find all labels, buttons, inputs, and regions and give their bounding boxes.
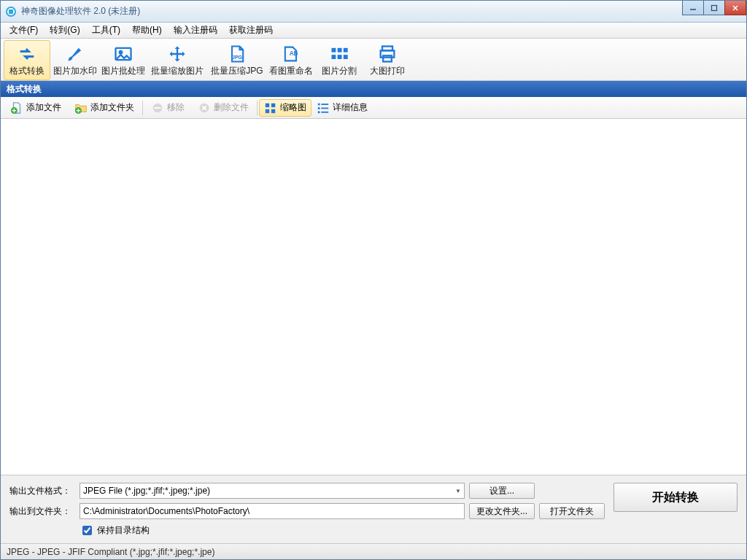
svg-rect-29 (321, 104, 328, 105)
svg-rect-33 (321, 111, 328, 112)
section-title: 格式转换 (7, 83, 42, 96)
svg-rect-10 (332, 47, 336, 52)
separator (257, 101, 258, 115)
toolbar-label: 批量压缩JPG (211, 65, 263, 79)
output-format-combo[interactable]: JPEG File (*.jpg;*.jfif;*.jpeg;*.jpe) ▼ (80, 483, 465, 499)
start-convert-button[interactable]: 开始转换 (614, 483, 738, 512)
svg-text:JPG: JPG (232, 55, 243, 60)
tool-image-split[interactable]: 图片分割 (316, 40, 363, 80)
svg-rect-28 (318, 103, 320, 105)
brush-icon (65, 42, 85, 65)
file-list-area[interactable] (1, 119, 746, 475)
content-empty (9, 119, 738, 470)
svg-point-7 (120, 50, 123, 53)
window-title: 神奇图像处理软件 2.0 (未注册) (21, 5, 140, 18)
close-button[interactable] (724, 1, 746, 15)
section-header: 格式转换 (1, 81, 746, 97)
status-text: JPEG - JPEG - JFIF Compliant (*.jpg;*.jf… (7, 547, 214, 557)
svg-text:AB: AB (290, 50, 298, 57)
separator (142, 101, 143, 115)
toolbar-label: 大图打印 (370, 65, 405, 79)
settings-button[interactable]: 设置... (469, 483, 535, 499)
output-panel: 输出文件格式： JPEG File (*.jpg;*.jfif;*.jpeg;*… (1, 475, 746, 543)
change-folder-button[interactable]: 更改文件夹... (469, 503, 535, 519)
detail-view-button[interactable]: 详细信息 (311, 99, 373, 117)
output-format-value: JPEG File (*.jpg;*.jfif;*.jpeg;*.jpe) (83, 486, 210, 496)
tool-format-convert[interactable]: 格式转换 (4, 40, 50, 80)
svg-rect-31 (321, 107, 328, 109)
convert-icon (17, 42, 37, 65)
menu-file[interactable]: 文件(F) (4, 23, 44, 38)
tool-rename-by-view[interactable]: AB 看图重命名 (268, 40, 314, 80)
add-folder-button[interactable]: 添加文件夹 (68, 99, 141, 117)
window-buttons (683, 1, 746, 15)
remove-button: 移除 (144, 99, 191, 117)
delete-icon (198, 101, 211, 114)
resize-icon (167, 42, 187, 65)
app-icon (5, 6, 17, 18)
list-icon (317, 101, 330, 114)
menu-get-reg[interactable]: 获取注册码 (223, 23, 279, 38)
jpg-file-icon: JPG (227, 42, 247, 65)
svg-rect-12 (344, 47, 348, 52)
svg-rect-32 (318, 111, 320, 113)
sub-toolbar: 添加文件 添加文件夹 移除 删除文件 缩略图 详细信息 (1, 97, 746, 119)
open-folder-button[interactable]: 打开文件夹 (539, 503, 605, 519)
output-folder-label: 输出到文件夹： (9, 505, 75, 518)
folder-plus-icon (74, 101, 88, 114)
tool-batch-resize[interactable]: 批量缩放图片 (148, 40, 206, 80)
keep-dir-label: 保持目录结构 (97, 524, 150, 537)
thumbnail-label: 缩略图 (280, 101, 306, 114)
output-form: 输出文件格式： JPEG File (*.jpg;*.jfif;*.jpeg;*… (9, 483, 605, 537)
delete-files-label: 删除文件 (214, 101, 249, 114)
printer-icon (377, 42, 398, 65)
svg-rect-15 (344, 55, 348, 59)
remove-icon (151, 101, 164, 114)
main-toolbar: 格式转换 图片加水印 图片批处理 批量缩放图片 JPG 批量压缩JPG AB 看… (1, 39, 746, 81)
svg-rect-3 (712, 5, 717, 10)
add-file-button[interactable]: 添加文件 (4, 99, 68, 117)
keep-dir-checkbox[interactable] (82, 526, 92, 535)
add-folder-label: 添加文件夹 (90, 101, 134, 114)
svg-rect-27 (271, 109, 275, 112)
rename-icon: AB (281, 42, 301, 65)
thumbnail-icon (264, 101, 277, 114)
status-bar: JPEG - JPEG - JFIF Compliant (*.jpg;*.jf… (1, 543, 746, 559)
svg-rect-26 (266, 109, 269, 112)
tool-big-print[interactable]: 大图打印 (364, 40, 411, 80)
minimize-button[interactable] (682, 1, 704, 15)
menu-bar: 文件(F) 转到(G) 工具(T) 帮助(H) 输入注册码 获取注册码 (1, 23, 746, 39)
maximize-button[interactable] (703, 1, 725, 15)
svg-rect-13 (332, 55, 336, 59)
toolbar-label: 图片加水印 (53, 65, 97, 79)
detail-label: 详细信息 (333, 101, 368, 114)
menu-help[interactable]: 帮助(H) (126, 23, 168, 38)
svg-rect-25 (271, 103, 275, 106)
output-format-label: 输出文件格式： (9, 485, 75, 497)
add-file-label: 添加文件 (26, 101, 61, 114)
image-icon (113, 42, 133, 65)
svg-rect-11 (338, 47, 342, 52)
app-window: 神奇图像处理软件 2.0 (未注册) 文件(F) 转到(G) 工具(T) 帮助(… (0, 0, 747, 560)
menu-enter-reg[interactable]: 输入注册码 (168, 23, 223, 38)
toolbar-label: 看图重命名 (269, 65, 313, 79)
output-folder-input[interactable] (80, 503, 465, 519)
grid-icon (329, 42, 349, 65)
remove-label: 移除 (167, 101, 185, 114)
chevron-down-icon: ▼ (455, 488, 461, 494)
tool-batch-process[interactable]: 图片批处理 (100, 40, 147, 80)
delete-files-button: 删除文件 (191, 99, 255, 117)
file-plus-icon (10, 101, 23, 114)
svg-rect-22 (155, 107, 161, 109)
menu-tools[interactable]: 工具(T) (86, 23, 126, 38)
toolbar-label: 格式转换 (9, 65, 44, 79)
toolbar-label: 图片分割 (322, 65, 357, 79)
tool-add-watermark[interactable]: 图片加水印 (52, 40, 98, 80)
svg-rect-14 (338, 55, 342, 59)
thumbnail-view-button[interactable]: 缩略图 (259, 99, 311, 117)
svg-rect-24 (266, 103, 269, 106)
tool-batch-compress-jpg[interactable]: JPG 批量压缩JPG (208, 40, 266, 80)
toolbar-label: 批量缩放图片 (151, 65, 204, 79)
title-bar: 神奇图像处理软件 2.0 (未注册) (1, 1, 746, 23)
menu-goto[interactable]: 转到(G) (44, 23, 85, 38)
